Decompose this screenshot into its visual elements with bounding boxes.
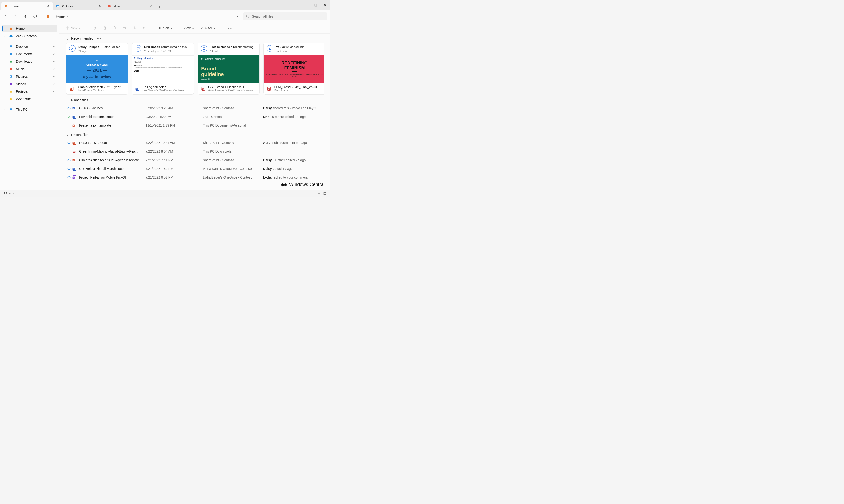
sidebar: Home › Zac - Contoso Desktop Documents D… bbox=[0, 22, 59, 190]
file-location: Lydia Bauer's OneDrive - Contoso bbox=[203, 176, 260, 179]
pin-icon[interactable] bbox=[52, 75, 55, 78]
close-icon[interactable] bbox=[150, 4, 153, 8]
card-location: Erik Nason's OneDrive - Contoso bbox=[142, 89, 184, 92]
sidebar-item-videos[interactable]: Videos bbox=[2, 80, 57, 88]
chevron-down-icon[interactable]: ⌄ bbox=[66, 98, 69, 102]
recommended-card[interactable]: You downloaded this Just now REDEFININGF… bbox=[263, 42, 324, 94]
file-row[interactable]: P Research shareout 7/22/2022 10:44 AM S… bbox=[66, 139, 324, 146]
pin-icon[interactable] bbox=[52, 60, 55, 63]
card-location: Asim Hussain's OneDrive - Contoso bbox=[208, 89, 253, 92]
file-row[interactable]: P Presentation template 12/15/2021 1:39 … bbox=[66, 122, 324, 129]
delete-button[interactable] bbox=[141, 25, 148, 31]
sidebar-item-home[interactable]: Home bbox=[2, 25, 57, 32]
file-date: 7/21/2022 7:41 PM bbox=[145, 158, 200, 162]
minimize-button[interactable] bbox=[305, 4, 308, 6]
new-tab-button[interactable] bbox=[156, 3, 163, 10]
chevron-down-icon: ⌄ bbox=[213, 26, 216, 30]
pin-icon[interactable] bbox=[52, 68, 55, 70]
section-heading: Recent files bbox=[71, 133, 88, 137]
sort-button[interactable]: Sort ⌄ bbox=[157, 25, 174, 31]
rename-button[interactable] bbox=[121, 25, 128, 31]
file-name: Greenlining-Making-Racial-Equity-Rea… bbox=[79, 149, 143, 153]
svg-text:N: N bbox=[73, 177, 74, 179]
tab-pictures[interactable]: Pictures bbox=[53, 2, 104, 10]
paste-button[interactable] bbox=[111, 25, 118, 31]
search-box[interactable] bbox=[243, 13, 327, 20]
sidebar-item-label: Videos bbox=[16, 82, 26, 86]
file-row[interactable]: P ClimateAction.tech 2021 – year in revi… bbox=[66, 156, 324, 164]
sidebar-item-music[interactable]: Music bbox=[2, 65, 57, 73]
view-button[interactable]: View ⌄ bbox=[177, 25, 195, 31]
svg-rect-27 bbox=[203, 48, 205, 50]
sync-status-icon bbox=[67, 115, 71, 119]
breadcrumb[interactable]: › Home › bbox=[46, 14, 68, 18]
pin-icon[interactable] bbox=[52, 45, 55, 48]
card-filename: GSF Brand Guideline v01 bbox=[208, 85, 253, 89]
breadcrumb-text: Home bbox=[56, 15, 65, 18]
sidebar-item-desktop[interactable]: Desktop bbox=[2, 43, 57, 50]
icons-view-button[interactable] bbox=[323, 192, 326, 195]
chevron-right-icon[interactable]: › bbox=[4, 34, 5, 38]
more-button[interactable]: ••• bbox=[227, 25, 235, 31]
file-row[interactable]: W OKR Guidelines 5/20/2022 9:23 AM Share… bbox=[66, 104, 324, 112]
close-window-button[interactable] bbox=[324, 4, 326, 6]
recommended-card[interactable]: Erik Nason commented on this Yesterday a… bbox=[132, 42, 194, 94]
back-button[interactable] bbox=[3, 14, 8, 19]
svg-text:P: P bbox=[70, 88, 71, 90]
recommended-card[interactable]: This related to a recent meeting 14 Jul … bbox=[197, 42, 260, 94]
pin-icon[interactable] bbox=[52, 83, 55, 85]
tab-music[interactable]: Music bbox=[104, 2, 156, 10]
copy-button[interactable] bbox=[102, 25, 108, 31]
pin-icon[interactable] bbox=[52, 53, 55, 55]
pin-icon[interactable] bbox=[52, 90, 55, 93]
sidebar-item-label: Zac - Contoso bbox=[16, 34, 36, 38]
file-row[interactable]: N Project Pinball on Mobile KickOff 7/21… bbox=[66, 174, 324, 181]
close-icon[interactable] bbox=[47, 4, 50, 8]
sidebar-item-documents[interactable]: Documents bbox=[2, 50, 57, 58]
file-name: UR Project Pinball March Notes bbox=[79, 167, 143, 170]
more-icon[interactable]: ••• bbox=[97, 36, 102, 40]
folder-icon bbox=[9, 97, 13, 101]
recommended-card[interactable]: Daisy Philipps +1 other edited… 2h ago ⊕… bbox=[66, 42, 128, 94]
chevron-down-icon[interactable]: ⌄ bbox=[66, 133, 69, 137]
up-button[interactable] bbox=[22, 14, 28, 19]
sidebar-item-pictures[interactable]: Pictures bbox=[2, 73, 57, 80]
pictures-icon bbox=[56, 4, 59, 8]
sidebar-item-label: Music bbox=[16, 67, 24, 71]
svg-rect-6 bbox=[10, 47, 13, 47]
maximize-button[interactable] bbox=[314, 4, 317, 6]
edit-icon bbox=[69, 45, 76, 52]
sidebar-item-work-stuff[interactable]: Work stuff bbox=[2, 95, 57, 103]
chevron-down-icon: ⌄ bbox=[171, 26, 173, 30]
sidebar-item-projects[interactable]: Projects bbox=[2, 88, 57, 95]
cut-button[interactable] bbox=[92, 25, 98, 31]
sidebar-item-downloads[interactable]: Downloads bbox=[2, 58, 57, 65]
chevron-down-icon[interactable]: ⌄ bbox=[66, 36, 69, 40]
word-icon: W bbox=[72, 114, 76, 119]
refresh-button[interactable] bbox=[32, 14, 38, 19]
address-history-button[interactable] bbox=[234, 13, 241, 20]
file-date: 7/21/2022 6:52 PM bbox=[145, 176, 200, 179]
svg-text:W: W bbox=[136, 88, 137, 90]
sidebar-item-thispc[interactable]: › This PC bbox=[2, 106, 57, 113]
section-heading: Recommended bbox=[71, 36, 93, 40]
file-row[interactable]: PDF Greenlining-Making-Racial-Equity-Rea… bbox=[66, 148, 324, 155]
close-icon[interactable] bbox=[98, 4, 102, 8]
filter-button[interactable]: Filter ⌄ bbox=[199, 25, 217, 31]
card-filename: FEM_ClassGuide_Final_en-GB bbox=[274, 85, 318, 89]
file-name: Research shareout bbox=[79, 141, 143, 145]
sidebar-item-label: Projects bbox=[16, 90, 28, 93]
sidebar-item-onedrive[interactable]: › Zac - Contoso bbox=[2, 32, 57, 40]
forward-button[interactable] bbox=[13, 14, 18, 19]
chevron-right-icon[interactable]: › bbox=[4, 108, 5, 111]
tab-home[interactable]: Home bbox=[1, 2, 53, 10]
file-row[interactable]: W Power bi personal notes 3/3/2022 4:29 … bbox=[66, 113, 324, 121]
file-row[interactable]: W UR Project Pinball March Notes 7/21/20… bbox=[66, 165, 324, 173]
chevron-right-icon[interactable]: › bbox=[67, 15, 68, 18]
documents-icon bbox=[9, 52, 13, 56]
details-view-button[interactable] bbox=[317, 192, 320, 195]
search-input[interactable] bbox=[252, 15, 325, 18]
share-button[interactable] bbox=[131, 25, 138, 31]
section-recent: ⌄ Recent files P Research shareout 7/22/… bbox=[59, 130, 330, 182]
new-button[interactable]: New ⌄ bbox=[64, 25, 82, 31]
